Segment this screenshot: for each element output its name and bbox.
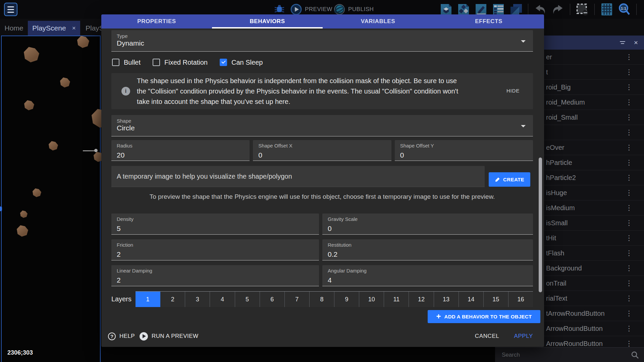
preview-button[interactable]: PREVIEW [290,3,332,16]
layers-selector: 12345678910111213141516 [136,291,533,307]
item-menu-icon[interactable]: ⋮ [626,249,633,257]
tab-close-icon[interactable]: × [72,24,76,32]
field-restitution[interactable]: Restitution0.2 [322,239,533,260]
toolbar-separator [570,4,570,15]
layer-cell-10[interactable]: 10 [359,292,384,307]
checkbox-can-sleep[interactable]: Can Sleep [220,59,263,66]
checkbox-checked-icon[interactable] [220,59,227,66]
scene-file-icon[interactable] [439,3,453,16]
layer-cell-6[interactable]: 6 [260,292,285,307]
item-menu-icon[interactable]: ⋮ [626,309,633,317]
item-menu-icon[interactable]: ⋮ [626,264,633,272]
layer-cell-3[interactable]: 3 [185,292,210,307]
publish-button[interactable]: PUBLISH [334,3,374,16]
run-preview-label: RUN A PREVIEW [152,333,198,340]
layer-cell-13[interactable]: 13 [434,292,459,307]
item-menu-icon[interactable]: ⋮ [626,159,633,167]
layer-cell-15[interactable]: 15 [484,292,508,307]
object-item-label: roid_Medium [546,99,585,106]
item-menu-icon[interactable]: ⋮ [626,219,633,227]
item-menu-icon[interactable]: ⋮ [626,83,633,91]
field-shape-offset-y[interactable]: Shape Offset Y0 [395,140,533,161]
deselect-marquee-icon[interactable] [576,3,589,16]
search-icon [631,351,639,359]
field-shape-offset-x[interactable]: Shape Offset X0 [253,140,391,161]
type-select[interactable]: Type Dynamic [111,30,533,52]
item-menu-icon[interactable]: ⋮ [626,234,633,242]
events-list-icon[interactable] [492,3,505,16]
layer-cell-16[interactable]: 16 [508,292,533,307]
preview-hint-text: To preview the shape that the Physics en… [111,193,533,200]
layer-cell-12[interactable]: 12 [409,292,434,307]
dialog-tab-variables[interactable]: VARIABLES [323,14,433,28]
layer-cell-4[interactable]: 4 [210,292,235,307]
help-button[interactable]: ? HELP [108,333,135,340]
project-settings-icon[interactable] [642,3,644,16]
layer-cell-2[interactable]: 2 [160,292,185,307]
dialog-tab-properties[interactable]: PROPERTIES [101,14,212,28]
dialog-tab-behaviors[interactable]: BEHAVIORS [212,14,323,28]
item-menu-icon[interactable]: ⋮ [626,204,633,212]
zoom-1-1-icon[interactable]: 1:1 [618,3,631,16]
undo-icon[interactable] [534,3,547,16]
temporary-image-placeholder: A temporary image to help you visualize … [117,173,292,180]
field-value: 4 [328,276,533,284]
item-menu-icon[interactable]: ⋮ [626,294,633,302]
filter-icon[interactable] [620,41,625,44]
field-linear-damping[interactable]: Linear Damping2 [111,265,319,286]
item-menu-icon[interactable]: ⋮ [626,53,633,61]
dialog-scrollbar[interactable] [539,158,542,292]
close-icon[interactable]: × [634,39,638,46]
item-menu-icon[interactable]: ⋮ [626,68,633,76]
dialog-tab-effects[interactable]: EFFECTS [433,14,544,28]
checkbox-bullet[interactable]: Bullet [112,59,141,66]
checkbox-unchecked-icon[interactable] [153,59,160,66]
field-angular-damping[interactable]: Angular Damping4 [322,265,533,286]
hide-button[interactable]: HIDE [506,88,520,94]
create-button[interactable]: CREATE [489,172,530,187]
layer-cell-7[interactable]: 7 [285,292,310,307]
edit-scene-icon[interactable] [474,3,488,16]
debug-button[interactable] [273,3,285,16]
run-preview-button[interactable]: RUN A PREVIEW [140,332,198,341]
tab-home[interactable]: Home [0,21,28,36]
layers-pages-icon[interactable] [509,3,523,16]
checkbox-unchecked-icon[interactable] [112,59,119,66]
layer-cell-9[interactable]: 9 [334,292,359,307]
add-behavior-button[interactable]: + ADD A BEHAVIOR TO THE OBJECT [428,310,540,323]
edge-marker [0,206,2,211]
item-menu-icon[interactable]: ⋮ [626,324,633,333]
temporary-image-field[interactable]: A temporary image to help you visualize … [111,166,485,187]
item-menu-icon[interactable]: ⋮ [626,128,633,136]
item-menu-icon[interactable]: ⋮ [626,189,633,197]
item-menu-icon[interactable]: ⋮ [626,174,633,182]
object-item-label: eOver [546,144,564,152]
tab-playscene[interactable]: PlayScene × [28,21,80,36]
field-gravity-scale[interactable]: Gravity Scale0 [322,214,533,235]
hamburger-menu-icon[interactable] [4,3,17,16]
item-menu-icon[interactable]: ⋮ [626,340,633,348]
item-menu-icon[interactable]: ⋮ [626,98,633,106]
cancel-button[interactable]: CANCEL [475,333,499,340]
layer-cell-5[interactable]: 5 [235,292,260,307]
field-density[interactable]: Density5 [111,214,319,235]
field-radius[interactable]: Radius20 [111,140,250,161]
shape-value: Circle [117,124,135,132]
object-search-field[interactable]: Search [495,347,644,362]
field-friction[interactable]: Friction2 [111,239,319,260]
item-menu-icon[interactable]: ⋮ [626,279,633,287]
layer-cell-14[interactable]: 14 [459,292,484,307]
checkbox-fixed-rotation[interactable]: Fixed Rotation [153,59,208,66]
item-menu-icon[interactable]: ⋮ [626,143,633,152]
layer-cell-8[interactable]: 8 [310,292,334,307]
layer-cell-11[interactable]: 11 [384,292,409,307]
field-value: 5 [117,225,319,233]
grid-icon[interactable] [600,3,613,16]
item-menu-icon[interactable]: ⋮ [626,113,633,121]
guide-handle[interactable] [94,149,98,152]
redo-icon[interactable] [551,3,565,16]
layer-cell-1[interactable]: 1 [136,292,160,307]
apply-button[interactable]: APPLY [514,333,533,340]
objects-panel-icon[interactable] [457,3,470,16]
shape-select[interactable]: Shape Circle [111,115,533,136]
